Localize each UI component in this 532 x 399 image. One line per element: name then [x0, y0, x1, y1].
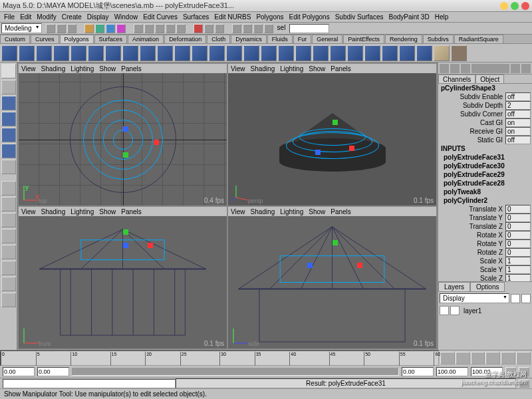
vp-menu-show[interactable]: Show: [99, 65, 116, 72]
poly-tool-icon[interactable]: [347, 45, 363, 61]
menu-editpolygons[interactable]: Edit Polygons: [287, 13, 332, 21]
mel-input[interactable]: [3, 379, 176, 388]
attr-value[interactable]: on: [505, 118, 531, 127]
menu-display[interactable]: Display: [84, 13, 112, 21]
viewport-canvas[interactable]: 0.1 fps front: [19, 216, 227, 348]
menu-surfaces[interactable]: Surfaces: [180, 13, 211, 21]
poly-tool-icon[interactable]: [226, 45, 242, 61]
layout-icon[interactable]: [1, 277, 16, 291]
poly-sphere-icon[interactable]: [1, 45, 17, 61]
status-icon[interactable]: [204, 24, 213, 33]
poly-tool-icon[interactable]: [416, 45, 432, 61]
poly-tool-icon[interactable]: [295, 45, 311, 61]
viewport-canvas[interactable]: 0.1 fps persp: [228, 73, 436, 205]
vp-menu-lighting[interactable]: Lighting: [280, 65, 303, 72]
vp-menu-view[interactable]: View: [21, 208, 36, 215]
scale-tool-icon[interactable]: [1, 128, 16, 142]
attr-value[interactable]: 2: [505, 101, 531, 110]
z-handle-icon[interactable]: [307, 263, 313, 268]
render-icon[interactable]: [264, 24, 273, 33]
attr-value[interactable]: 0: [505, 213, 531, 222]
layer-vis-toggle[interactable]: [440, 306, 449, 315]
poly-cube-icon[interactable]: [19, 45, 35, 61]
poly-tool-icon[interactable]: [261, 45, 277, 61]
play-back-icon[interactable]: [471, 352, 485, 364]
poly-tool-icon[interactable]: [330, 45, 346, 61]
poly-cylinder-icon[interactable]: [36, 45, 52, 61]
vp-menu-view[interactable]: View: [231, 208, 245, 215]
snap-icon[interactable]: [144, 24, 154, 33]
layout-icon[interactable]: [1, 245, 16, 259]
panel-icon[interactable]: [450, 64, 460, 73]
menu-edit[interactable]: Edit: [17, 13, 34, 21]
shelf-tab[interactable]: Cloth: [207, 35, 230, 43]
z-handle-icon[interactable]: [123, 243, 128, 248]
attr-value[interactable]: 1: [505, 257, 531, 265]
poly-tool-icon[interactable]: [157, 45, 173, 61]
input-node[interactable]: polyExtrudeFace31: [438, 153, 532, 162]
shelf-tab[interactable]: Fur: [293, 35, 312, 43]
panel-icon[interactable]: [521, 64, 531, 73]
shelf-tab[interactable]: PaintEffects: [343, 35, 384, 43]
vp-menu-lighting[interactable]: Lighting: [280, 208, 303, 215]
menu-help[interactable]: Help: [432, 13, 452, 21]
rotate-tool-icon[interactable]: [1, 112, 16, 126]
vp-menu-shading[interactable]: Shading: [251, 208, 275, 215]
poly-plane-icon[interactable]: [70, 45, 86, 61]
range-start[interactable]: [3, 367, 35, 376]
layout-icon[interactable]: [1, 261, 16, 275]
manip-tool-icon[interactable]: [1, 144, 16, 158]
poly-torus-icon[interactable]: [88, 45, 104, 61]
input-node[interactable]: polyExtrudeFace28: [438, 179, 532, 188]
vp-menu-panels[interactable]: Panels: [121, 65, 142, 72]
status-icon[interactable]: [116, 24, 126, 33]
poly-tool-icon[interactable]: [122, 45, 138, 61]
close-icon[interactable]: [521, 2, 529, 10]
mel-icon[interactable]: [434, 45, 450, 61]
shelf-icon[interactable]: [451, 45, 467, 61]
render-icon[interactable]: [243, 24, 252, 33]
attr-value[interactable]: 1: [505, 274, 531, 281]
node-name[interactable]: pCylinderShape3: [438, 84, 532, 92]
menu-bodypaint[interactable]: BodyPaint 3D: [386, 13, 432, 21]
layer-icon[interactable]: [521, 294, 531, 303]
attr-value[interactable]: 0: [505, 239, 531, 248]
vp-menu-shading[interactable]: Shading: [41, 208, 66, 215]
play-start-icon[interactable]: [440, 352, 455, 364]
poly-tool-icon[interactable]: [278, 45, 294, 61]
snap-icon[interactable]: [166, 24, 175, 33]
new-layer-icon[interactable]: [511, 294, 520, 303]
minimize-icon[interactable]: [500, 2, 508, 10]
status-icon[interactable]: [67, 24, 76, 33]
step-back-icon[interactable]: [456, 352, 470, 364]
vp-menu-show[interactable]: Show: [309, 208, 325, 215]
status-icon[interactable]: [95, 24, 104, 33]
input-node[interactable]: polyCylinder2: [438, 196, 532, 205]
tab-channels[interactable]: Channels: [438, 74, 475, 83]
panel-icon[interactable]: [461, 64, 470, 73]
layer-display-mode[interactable]: Display: [440, 293, 509, 303]
vp-menu-panels[interactable]: Panels: [121, 208, 142, 215]
shelf-tab[interactable]: Polygons: [60, 35, 94, 43]
poly-cone-icon[interactable]: [53, 45, 69, 61]
vp-menu-view[interactable]: View: [231, 65, 245, 72]
status-icon[interactable]: [57, 24, 66, 33]
time-slider[interactable]: 0 5 10 15 20 25 30 35 40 45 50 55 60: [0, 350, 532, 366]
panel-icon[interactable]: [440, 64, 449, 73]
poly-tool-icon[interactable]: [192, 45, 207, 61]
poly-tool-icon[interactable]: [382, 45, 398, 61]
poly-tool-icon[interactable]: [399, 45, 415, 61]
status-icon[interactable]: [215, 24, 224, 33]
snap-icon[interactable]: [176, 24, 186, 33]
attr-value[interactable]: off: [505, 92, 531, 101]
tab-object[interactable]: Object: [475, 74, 504, 83]
poly-tool-icon[interactable]: [209, 45, 225, 61]
four-view-icon[interactable]: [1, 197, 16, 211]
menu-editnurbs[interactable]: Edit NURBS: [211, 13, 253, 21]
panel-icon[interactable]: [511, 64, 520, 73]
menu-subdiv[interactable]: Subdiv Surfaces: [332, 13, 386, 21]
x-handle-icon[interactable]: [349, 146, 354, 151]
vp-menu-show[interactable]: Show: [99, 208, 116, 215]
vp-menu-shading[interactable]: Shading: [251, 65, 275, 72]
shelf-tab[interactable]: Dynamics: [231, 35, 267, 43]
